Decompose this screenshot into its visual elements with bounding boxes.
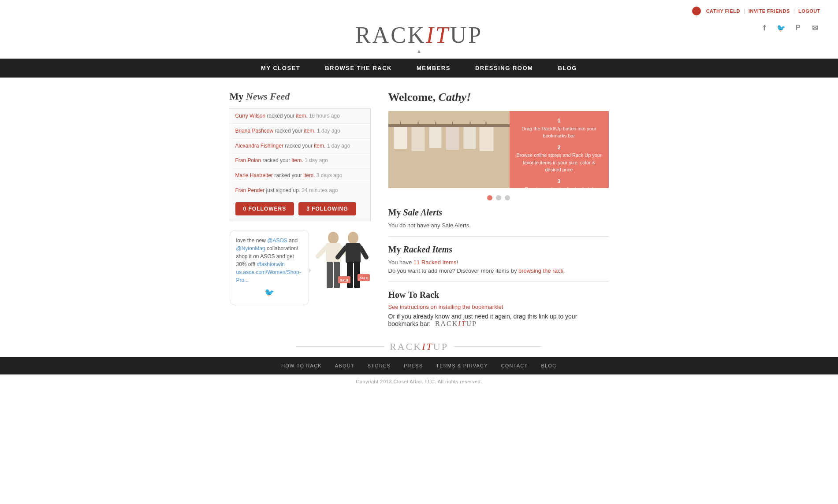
news-time: 1 day ago <box>327 143 350 149</box>
user-name-link[interactable]: CATHY FIELD <box>706 8 740 14</box>
footer-hr-left <box>296 346 384 347</box>
svg-rect-2 <box>327 262 333 288</box>
welcome-name: Cathy! <box>439 91 471 104</box>
copyright: Copyright 2013 Closet Affair, LLC. All r… <box>0 374 838 389</box>
footer-nav-press[interactable]: PRESS <box>404 363 423 368</box>
how-to-rack-desc: Or if you already know and just need it … <box>388 313 609 328</box>
racked-text2: ! <box>456 259 458 266</box>
footer-nav-blog[interactable]: BLOG <box>541 363 556 368</box>
bookmarklet-up: UP <box>466 320 477 327</box>
news-user-link[interactable]: Curry Wilson <box>235 113 266 119</box>
news-user-link[interactable]: Fran Polon <box>235 157 261 163</box>
news-item-link[interactable]: item. <box>296 113 308 119</box>
left-column: My News Feed Curry Wilson racked your it… <box>230 91 371 328</box>
footer-nav-stores[interactable]: STORES <box>368 363 391 368</box>
slide-step-2: 2 Browse online stores and Rack Up your … <box>516 143 603 174</box>
pinterest-icon[interactable]: P <box>792 22 804 33</box>
nav-dressing-room[interactable]: DRESSING ROOM <box>463 59 545 78</box>
logo-rack: RACK <box>355 22 426 48</box>
nav-browse-rack[interactable]: BROWSE THE RACK <box>313 59 404 78</box>
news-user-link[interactable]: Alexandra Fishlinger <box>235 143 283 149</box>
tweet-bird-icon: 🐦 <box>264 288 274 297</box>
svg-point-6 <box>348 232 358 244</box>
following-button[interactable]: 3 FOLLOWING <box>298 202 356 215</box>
news-item: Alexandra Fishlinger racked your item. 1… <box>230 139 370 154</box>
footer-nav-how-to-rack[interactable]: HOW TO RACK <box>281 363 322 368</box>
instructions-link[interactable]: See instructions on installing the bookm… <box>388 304 609 310</box>
logo: RACKITUP <box>355 22 483 48</box>
tweet-and: and <box>289 237 298 244</box>
footer-logo-area: RACKITUP <box>221 341 618 352</box>
racked-text1: You have <box>388 259 413 266</box>
nav-my-closet[interactable]: MY CLOSET <box>249 59 313 78</box>
main-nav: MY CLOSET BROWSE THE RACK MEMBERS DRESSI… <box>0 59 838 78</box>
twitter-icon[interactable]: 🐦 <box>775 22 787 33</box>
tweet-nylon-link[interactable]: @NylonMag <box>236 245 265 252</box>
nav-blog[interactable]: BLOG <box>545 59 589 78</box>
sale-alerts-title-em: Sale Alerts <box>403 208 442 217</box>
slide-info: How It Works 1 Drag the RackItUp button … <box>510 111 609 188</box>
footer-up: UP <box>433 341 448 352</box>
newsfeed-scroll[interactable]: Curry Wilson racked your item. 16 hours … <box>230 109 370 197</box>
news-item-link[interactable]: item. <box>314 143 325 149</box>
social-icons: f 🐦 P ✉ <box>759 22 820 33</box>
news-user-link[interactable]: Fran Pender <box>235 187 265 193</box>
slide-step-3: 3 Receive customized sale alerts! <box>516 177 603 193</box>
slide-dot-1[interactable] <box>487 195 492 200</box>
svg-rect-27 <box>463 127 476 149</box>
copyright-text: Copyright 2013 Closet Affair, LLC. All r… <box>356 379 482 384</box>
followers-button[interactable]: 0 FOLLOWERS <box>235 202 294 215</box>
header-top: CATHY FIELD | INVITE FRIENDS | LOGOUT <box>0 4 838 18</box>
invite-friends-link[interactable]: INVITE FRIENDS <box>749 8 790 14</box>
footer-nav-terms[interactable]: TERMS & PRIVACY <box>436 363 488 368</box>
slide-step-1: 1 Drag the RackItUp button into your boo… <box>516 116 603 140</box>
tweet-text: love the new <box>236 237 268 244</box>
how-to-rack-section: How To Rack See instructions on installi… <box>388 290 609 328</box>
email-icon[interactable]: ✉ <box>809 22 820 33</box>
racked-items-title-em: Racked Items <box>403 245 452 254</box>
how-to-rack-text: Or if you already know and just need it … <box>388 313 577 327</box>
news-item: Curry Wilson racked your item. 16 hours … <box>230 109 370 124</box>
news-item-link[interactable]: item. <box>303 172 315 178</box>
tweet-hashtag[interactable]: #fashionwin <box>257 261 285 267</box>
logout-link[interactable]: LOGOUT <box>798 8 820 14</box>
welcome-prefix: Welcome, <box>388 91 439 104</box>
logo-up: UP <box>450 22 483 48</box>
logo-it: IT <box>426 22 450 48</box>
news-user-link[interactable]: Briana Pashcow <box>235 128 274 134</box>
racked-items-title: My Racked Items <box>388 245 609 255</box>
racked-items-desc1: You have 11 Racked Items! <box>388 258 609 267</box>
user-avatar <box>692 7 701 15</box>
slide-dots <box>388 195 609 200</box>
news-time: 1 day ago <box>317 128 340 134</box>
racked-count-link[interactable]: 11 Racked Items <box>413 259 457 266</box>
slide-dot-3[interactable] <box>505 195 510 200</box>
facebook-icon[interactable]: f <box>759 22 770 33</box>
tweet-bubble: love the new @ASOS and @NylonMag collabo… <box>230 230 309 305</box>
bookmarklet-rack: RACK <box>435 320 458 327</box>
footer-nav-about[interactable]: ABOUT <box>335 363 354 368</box>
footer-nav-contact[interactable]: CONTACT <box>501 363 528 368</box>
news-item: Briana Pashcow racked your item. 1 day a… <box>230 124 370 139</box>
sale-alerts-title: My Sale Alerts <box>388 208 609 218</box>
newsfeed-title-em: News Feed <box>246 91 290 102</box>
news-item-link[interactable]: item. <box>292 157 303 163</box>
nav-members[interactable]: MEMBERS <box>404 59 463 78</box>
svg-rect-23 <box>429 127 441 148</box>
news-item-link[interactable]: item. <box>304 128 316 134</box>
tweet-url[interactable]: us.asos.com/Women/Shop-Pro... <box>236 269 301 283</box>
slide-dot-2[interactable] <box>496 195 501 200</box>
news-time: 1 day ago <box>305 157 328 163</box>
news-item: Fran Pender just signed up. 34 minutes a… <box>230 183 370 197</box>
newsfeed-buttons: 0 FOLLOWERS 3 FOLLOWING <box>230 197 370 221</box>
logo-area: RACKITUP ▲ <box>355 18 483 56</box>
svg-rect-8 <box>347 262 353 288</box>
tweet-asos-link[interactable]: @ASOS <box>267 237 287 244</box>
how-to-rack-title: How To Rack <box>388 290 609 300</box>
footer-logo: RACKITUP <box>390 341 448 352</box>
browse-rack-link[interactable]: browsing the rack. <box>518 267 565 274</box>
tweet-section: love the new @ASOS and @NylonMag collabo… <box>230 230 371 305</box>
bookmarklet-it: IT <box>458 320 466 327</box>
news-action: racked your <box>263 157 292 163</box>
news-user-link[interactable]: Marie Hastreiter <box>235 172 273 178</box>
